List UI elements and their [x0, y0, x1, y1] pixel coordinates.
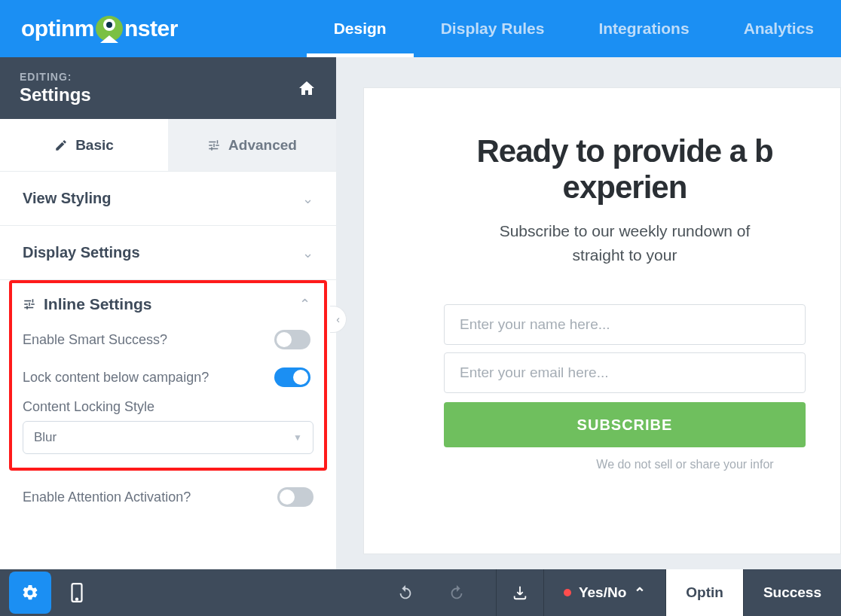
- email-input[interactable]: Enter your email here...: [444, 352, 806, 393]
- editing-title: Settings: [20, 84, 91, 105]
- panel-display-settings[interactable]: Display Settings ⌄: [0, 226, 336, 280]
- locking-style-label: Content Locking Style: [12, 395, 324, 421]
- undo-icon: [397, 584, 414, 601]
- inline-settings-highlight: Inline Settings ⌃ Enable Smart Success? …: [9, 280, 327, 471]
- tab-advanced-label: Advanced: [228, 137, 297, 154]
- nav-display-rules[interactable]: Display Rules: [414, 0, 572, 57]
- setting-label: Enable Attention Activation?: [23, 489, 191, 505]
- sidebar-header: EDITING: Settings: [0, 57, 336, 119]
- step-optin[interactable]: Optin: [665, 569, 743, 616]
- settings-subtabs: Basic Advanced: [0, 119, 336, 172]
- panel-inline-settings[interactable]: Inline Settings ⌃: [12, 283, 324, 319]
- bottom-left: [0, 569, 98, 616]
- setting-label: Enable Smart Success?: [23, 332, 167, 348]
- privacy-note: We do not sell or share your infor: [596, 458, 773, 471]
- preview-card: Ready to provide a b experien Subscribe …: [363, 87, 841, 554]
- name-input[interactable]: Enter your name here...: [444, 304, 806, 345]
- logo-text-left: optinm: [21, 16, 94, 41]
- locking-style-select[interactable]: Blur ▼: [23, 421, 313, 454]
- sliders-icon: [23, 297, 36, 311]
- gear-icon: [21, 584, 39, 602]
- tab-basic-label: Basic: [75, 137, 114, 154]
- gear-button[interactable]: [9, 572, 51, 614]
- bottom-bar: Yes/No ⌃ Optin Success: [0, 569, 841, 616]
- editing-label: EDITING:: [20, 71, 91, 83]
- home-icon[interactable]: [297, 79, 317, 97]
- tab-advanced[interactable]: Advanced: [168, 119, 336, 171]
- toggle-lock-content[interactable]: [274, 367, 310, 387]
- sidebar: EDITING: Settings Basic Advanced View St…: [0, 57, 336, 569]
- panel-title: View Styling: [23, 190, 111, 207]
- nav-design[interactable]: Design: [307, 0, 414, 57]
- monster-icon: [96, 16, 123, 41]
- redo-button[interactable]: [436, 572, 478, 614]
- step-yesno[interactable]: Yes/No ⌃: [543, 569, 665, 616]
- signup-form: Enter your name here... Enter your email…: [409, 297, 840, 471]
- canvas: Ready to provide a b experien Subscribe …: [336, 57, 841, 569]
- logo: optinm nster: [21, 16, 178, 41]
- chevron-down-icon: ⌄: [302, 191, 313, 207]
- panel-view-styling[interactable]: View Styling ⌄: [0, 172, 336, 226]
- logo-text-right: nster: [124, 16, 178, 41]
- toggle-smart-success[interactable]: [274, 330, 310, 349]
- subscribe-button[interactable]: SUBSCRIBE: [444, 402, 806, 447]
- caret-down-icon: ▼: [293, 432, 302, 443]
- setting-smart-success: Enable Smart Success?: [12, 319, 324, 357]
- setting-lock-content: Lock content below campaign?: [12, 357, 324, 395]
- setting-label: Lock content below campaign?: [23, 370, 209, 386]
- tab-basic[interactable]: Basic: [0, 119, 168, 171]
- chevron-down-icon: ⌄: [302, 245, 313, 261]
- setting-attention-activation: Enable Attention Activation?: [0, 477, 336, 517]
- mobile-icon: [71, 583, 83, 602]
- sliders-icon: [207, 139, 221, 152]
- step-success[interactable]: Success: [743, 569, 841, 616]
- download-button[interactable]: [496, 569, 543, 616]
- chevron-up-icon: ⌃: [299, 296, 310, 313]
- select-value: Blur: [34, 430, 57, 445]
- status-dot-icon: [564, 589, 571, 596]
- chevron-up-icon: ⌃: [634, 584, 646, 602]
- mobile-preview-button[interactable]: [56, 572, 98, 614]
- svg-point-1: [76, 599, 78, 600]
- nav-integrations[interactable]: Integrations: [571, 0, 716, 57]
- download-icon: [512, 584, 528, 601]
- undo-button[interactable]: [384, 572, 427, 614]
- step-label: Yes/No: [579, 584, 626, 601]
- redo-icon: [448, 584, 465, 601]
- main: EDITING: Settings Basic Advanced View St…: [0, 57, 841, 569]
- toggle-attention-activation[interactable]: [277, 487, 313, 507]
- pencil-icon: [54, 139, 68, 152]
- hero-headline: Ready to provide a b experien: [409, 133, 840, 206]
- hero-subtitle: Subscribe to our weekly rundown of strai…: [409, 219, 840, 267]
- top-nav: Design Display Rules Integrations Analyt…: [307, 0, 841, 57]
- top-bar: optinm nster Design Display Rules Integr…: [0, 0, 841, 57]
- panel-title: Inline Settings: [44, 295, 152, 313]
- panel-title: Display Settings: [23, 244, 140, 261]
- nav-analytics[interactable]: Analytics: [717, 0, 841, 57]
